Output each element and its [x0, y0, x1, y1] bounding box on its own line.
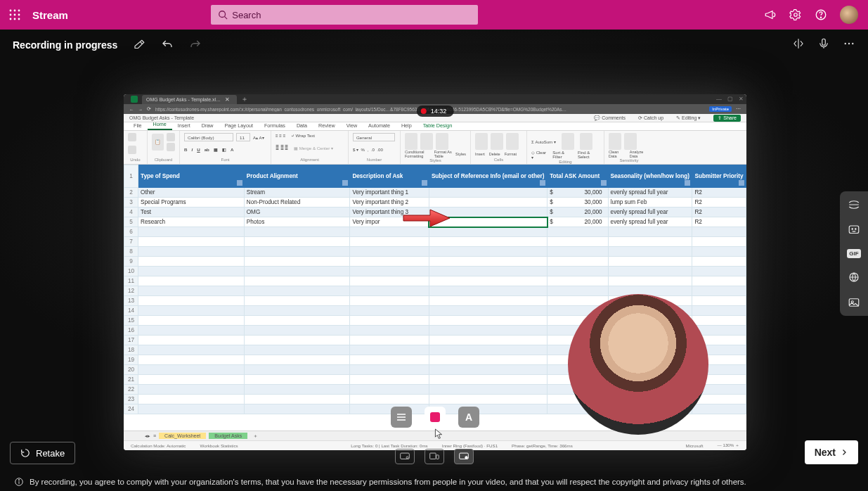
delete-cells-icon[interactable]	[491, 133, 503, 150]
mirror-icon[interactable]	[792, 37, 805, 53]
col-subject[interactable]: Subject of Reference Info (email or othe…	[429, 165, 547, 188]
table-row[interactable]: 6	[124, 227, 746, 237]
tab-view[interactable]: View	[341, 121, 363, 130]
help-icon[interactable]	[815, 8, 827, 21]
row-header[interactable]: 15	[124, 316, 138, 326]
row-header[interactable]: 17	[124, 336, 138, 345]
italic-icon[interactable]: I	[191, 147, 193, 152]
browser-more-icon[interactable]: ⋯	[736, 106, 741, 112]
paste-icon[interactable]: 📋	[152, 134, 164, 151]
more-icon[interactable]	[843, 37, 855, 53]
bold-icon[interactable]: B	[184, 147, 187, 152]
table-row[interactable]: 3Special ProgramsNon-Product RelatedVery…	[124, 198, 746, 208]
tab-pagelayout[interactable]: Page Layout	[219, 121, 259, 130]
row-header[interactable]: 2	[124, 188, 138, 198]
tab-help[interactable]: Help	[396, 121, 417, 130]
find-icon[interactable]	[580, 133, 592, 150]
fmt-table-icon[interactable]	[420, 133, 433, 150]
mic-icon[interactable]	[817, 37, 830, 53]
eraser-icon[interactable]	[133, 39, 145, 51]
format-cells-icon[interactable]	[506, 133, 519, 150]
nav-refresh-icon[interactable]: ⟳	[147, 106, 151, 112]
sheet-tab-calc[interactable]: Calc_Worksheet	[159, 433, 206, 439]
row-header[interactable]: 11	[124, 276, 138, 286]
row-header[interactable]: 14	[124, 306, 138, 316]
presenter-webcam[interactable]	[568, 294, 708, 435]
col-amount[interactable]: Total ASK Amount	[548, 165, 608, 188]
row-header[interactable]: 12	[124, 286, 138, 296]
tab-draw[interactable]: Draw	[196, 121, 219, 130]
table-row[interactable]: 10	[124, 267, 746, 276]
row-header[interactable]: 24	[124, 404, 138, 414]
filters-icon[interactable]	[848, 198, 860, 211]
tab-insert[interactable]: Insert	[172, 121, 196, 130]
clean-icon[interactable]	[609, 133, 621, 150]
col-season[interactable]: Seasonality (when/how long)	[608, 165, 692, 188]
table-row[interactable]: 12	[124, 286, 746, 296]
cut-icon[interactable]	[167, 133, 175, 141]
tab-tabledesign[interactable]: Table Design	[417, 121, 458, 130]
status-wb[interactable]: Workbook Statistics	[200, 443, 238, 448]
row-header[interactable]: 8	[124, 247, 138, 257]
catchup-button[interactable]: ⟳ Catch up	[638, 115, 663, 121]
layout-side-icon[interactable]	[425, 449, 444, 464]
row-header[interactable]: 23	[124, 395, 138, 404]
table-row[interactable]: 2OtherStreamVery important thing 1$30,00…	[124, 188, 746, 198]
search-input[interactable]: Search	[211, 5, 478, 25]
fontcolor-icon[interactable]: A	[231, 147, 233, 152]
nav-back-icon[interactable]: ←	[129, 107, 134, 112]
col-product[interactable]: Product Alignment	[244, 165, 350, 188]
tab-formulas[interactable]: Formulas	[259, 121, 291, 130]
table-row[interactable]: 7	[124, 237, 746, 247]
insert-cells-icon[interactable]	[475, 133, 488, 150]
cond-fmt-icon[interactable]	[405, 133, 417, 150]
ribbon-tabs[interactable]: File Home Insert Draw Page Layout Formul…	[124, 122, 746, 131]
row-header[interactable]: 7	[124, 237, 138, 247]
redo-icon[interactable]	[189, 39, 202, 51]
underline-icon[interactable]: U	[197, 147, 200, 152]
row-header[interactable]: 21	[124, 375, 138, 385]
font-name[interactable]: Calibri (Body)	[184, 133, 233, 141]
row-header[interactable]: 16	[124, 326, 138, 336]
row-header[interactable]: 9	[124, 257, 138, 267]
row-header[interactable]: 6	[124, 227, 138, 237]
blur-tool-icon[interactable]	[391, 407, 412, 428]
tab-home[interactable]: Home	[148, 120, 172, 130]
strike-icon[interactable]: ab	[205, 147, 209, 152]
row-header[interactable]: 4	[124, 208, 138, 217]
copy-icon[interactable]	[167, 143, 175, 151]
styles-icon[interactable]	[436, 133, 448, 150]
close-tab-icon[interactable]: ✕	[225, 96, 230, 103]
next-button[interactable]: Next	[805, 440, 858, 464]
table-row[interactable]: 8	[124, 247, 746, 257]
retake-button[interactable]: Retake	[10, 442, 75, 464]
redo-ribbon-icon[interactable]	[128, 146, 136, 154]
background-icon[interactable]	[848, 271, 860, 283]
merge-center[interactable]: ▦ Merge & Center ▾	[294, 146, 333, 151]
row-header[interactable]: 3	[124, 198, 138, 208]
settings-icon[interactable]	[789, 8, 802, 21]
table-row[interactable]: 5ResearchPhotosVery impor$20,000evenly s…	[124, 217, 746, 227]
undo-icon[interactable]	[161, 39, 174, 51]
tab-review[interactable]: Review	[313, 121, 341, 130]
comments-button[interactable]: 💬 Comments	[594, 115, 626, 121]
gif-icon[interactable]: GIF	[847, 249, 860, 258]
table-row[interactable]: 9	[124, 257, 746, 267]
share-button[interactable]: ⇧ Share	[713, 115, 741, 122]
wrap-text[interactable]: ⤶ Wrap Text	[291, 133, 315, 138]
row-header[interactable]: 18	[124, 345, 138, 355]
row-header[interactable]: 5	[124, 217, 138, 227]
photo-icon[interactable]	[848, 296, 860, 309]
user-avatar[interactable]	[840, 6, 858, 24]
text-tool-icon[interactable]: A	[458, 407, 479, 428]
row-header[interactable]: 22	[124, 385, 138, 395]
zoom-level[interactable]: 130%	[723, 442, 734, 447]
sort-icon[interactable]	[562, 133, 574, 150]
undo-ribbon-icon[interactable]	[128, 133, 136, 141]
sheet-list-icon[interactable]: ≡	[153, 433, 156, 438]
browser-tab[interactable]: OMG Budget Asks - Template.xl… ✕	[142, 95, 237, 104]
sheet-tab-budget[interactable]: Budget Asks	[209, 433, 247, 439]
nav-fwd-icon[interactable]: →	[138, 107, 143, 112]
layout-overlay-icon[interactable]	[454, 449, 474, 464]
fill-icon[interactable]: ◧	[222, 147, 226, 152]
